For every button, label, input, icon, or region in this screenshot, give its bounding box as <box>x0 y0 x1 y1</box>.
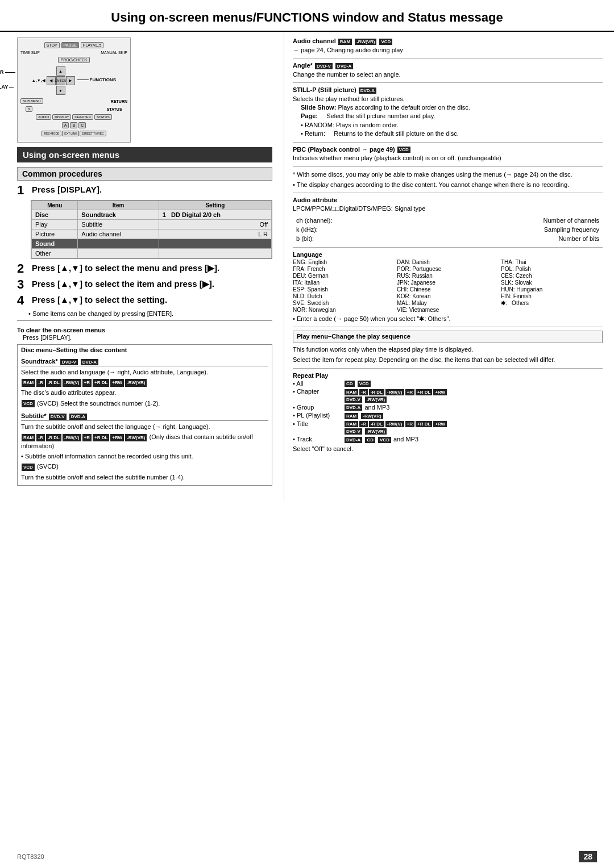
still-p-header: STILL-P (Still picture) DVD-A <box>293 86 603 94</box>
still-p-text: Selects the play method for still pictur… <box>293 95 603 103</box>
repeat-playlist: • PL (Playlist) RAM -RW(VR) <box>293 412 603 419</box>
audio-btn-icon: AUDIO <box>36 114 51 120</box>
repeat-cancel-note: Select "Off" to cancel. <box>293 445 603 453</box>
language-grid: ENG: EnglishDAN: DanishTHA: Thai FRA: Fr… <box>293 259 603 313</box>
status-btn-icon: STATUS <box>94 114 112 120</box>
status-label: STATUS <box>107 107 122 111</box>
still-p-slideshow: Slide Show: Plays according to the defau… <box>301 103 603 112</box>
audio-channel-text: → page 24, Changing audio during play <box>293 46 603 55</box>
still-p-return: • Return: Returns to the default still p… <box>301 130 603 138</box>
subtitle-bullet1: • Subtitle on/off information cannot be … <box>21 452 268 461</box>
stop-button-icon: STOP <box>44 42 60 48</box>
step-2: 2 Press [▲,▼] to select the menu and pre… <box>17 262 272 275</box>
s-button-icon: S <box>26 106 32 112</box>
dvdv-badge: DVD-V <box>60 359 78 365</box>
clear-text: Press [DISPLAY]. <box>23 334 272 341</box>
subtitle-text: Turn the subtitle on/off and select the … <box>21 423 268 431</box>
enter-label: ENTER <box>0 69 4 75</box>
repeat-play-header: Repeat Play <box>293 372 603 379</box>
play-menu-text1: This function works only when the elapse… <box>293 345 603 354</box>
section-title: Using on-screen menus <box>17 147 272 162</box>
audio-attr-header: Audio attribute <box>293 197 603 203</box>
step-1: 1 Press [DISPLAY]. <box>17 184 272 197</box>
subtitle-dvdv-badge: DVD-V <box>49 414 67 420</box>
prog-check-button-icon: PROG/CHECK <box>58 57 89 63</box>
repeat-play-section: Repeat Play • All CD VCD • Chapter RAM-R… <box>293 372 603 453</box>
right-column: Audio channel RAM -RW(VR) VCD → page 24,… <box>284 32 614 500</box>
dpad: ▲ ◀ ENTER ▶ ▼ <box>47 66 75 95</box>
display-label: DISPLAY <box>0 84 8 90</box>
c-button-icon: C <box>78 122 86 128</box>
step-3: 3 Press [▲,▼] to select the item and pre… <box>17 278 272 291</box>
still-p-random: • RANDOM: Plays in random order. <box>301 121 603 130</box>
soundtrack-badges: RAM-R-R DL-RW(V)+R+R DL+RW-RW(VR) <box>21 378 268 387</box>
return-label: RETURN <box>111 99 127 103</box>
audio-channel-section: Audio channel RAM -RW(VR) VCD → page 24,… <box>293 37 603 59</box>
audio-attr-signal: LPCM/PPCM/□□Digital/DTS/MPEG: Signal typ… <box>293 205 603 213</box>
arrows-label: ▲,▼,◀ <box>32 78 45 83</box>
display-btn-icon: DISPLAY <box>52 114 71 120</box>
a-button-icon: A <box>62 122 69 128</box>
left-column: STOP PAUSE PLAY/x1.5 TIME SLIP MANUAL SK… <box>0 32 284 500</box>
repeat-group: • Group DVD-A and MP3 <box>293 404 603 411</box>
audio-channel-header: Audio channel RAM -RW(VR) VCD <box>293 37 603 45</box>
dvda-badge: DVD-A <box>81 359 98 365</box>
language-header: Language <box>293 251 603 258</box>
subtitle-header: Subtitle* DVD-V DVD-A <box>21 412 268 421</box>
play-menu-text2: Select the item for repeat play. Dependi… <box>293 356 603 364</box>
step-4: 4 Press [▲,▼] to select the setting. <box>17 294 272 307</box>
disc-menu-section: Disc menu–Setting the disc content Sound… <box>17 344 272 486</box>
step4-note: • Some items can be changed by pressing … <box>28 310 272 317</box>
direct-tv-btn-icon: DIRECT TV/REC <box>80 131 106 136</box>
left-arrow-icon: ◀ <box>47 76 56 85</box>
enter-center-icon: ENTER <box>56 76 65 85</box>
b-button-icon: B <box>70 122 77 128</box>
soundtrack-badge-text: The disc's audio attributes appear. <box>21 389 268 397</box>
note2: • The display changes according to the d… <box>293 181 603 189</box>
subtitle-dvda-badge: DVD-A <box>69 414 87 420</box>
page-title: Using on-screen menus/FUNCTIONS window a… <box>0 0 614 32</box>
ext-link-btn-icon: EXT LINK <box>62 131 79 136</box>
functions-label: FUNCTIONS <box>77 77 117 82</box>
notes-section: * With some discs, you may only be able … <box>293 170 603 194</box>
note1: * With some discs, you may only be able … <box>293 170 603 179</box>
sub-menu-button-icon: SUB MENU <box>20 98 43 104</box>
common-procedures-box: Common procedures <box>17 167 272 181</box>
pbc-header: PBC (Playback control → page 49) VCD <box>293 146 603 153</box>
subtitle-badges: RAM-R-R DL-RW(V)+R+R DL+RW-RW(VR) (Only … <box>21 433 268 450</box>
language-note: • Enter a code (→ page 50) when you sele… <box>293 315 603 323</box>
repeat-all: • All CD VCD <box>293 380 603 387</box>
repeat-chapter: • Chapter RAM-R-R DL-RW(V)+R+R DL+RW DVD… <box>293 388 603 402</box>
angle-section: Angle* DVD-V DVD-A Change the number to … <box>293 62 603 83</box>
up-arrow-icon: ▲ <box>56 66 65 76</box>
language-section: Language ENG: EnglishDAN: DanishTHA: Tha… <box>293 251 603 327</box>
soundtrack-header: Soundtrack* DVD-V DVD-A <box>21 358 268 366</box>
chapter-btn-icon: CHAPTER <box>72 114 93 120</box>
soundtrack-text: Select the audio and language (→ right, … <box>21 368 268 377</box>
manual-skip-label: MANUAL SKIP <box>101 51 127 55</box>
soundtrack-vcd: VCD (SVCD) Select the soundtrack number … <box>21 399 268 408</box>
audio-attr-section: Audio attribute LPCM/PPCM/□□Digital/DTS/… <box>293 197 603 247</box>
pbc-text: Indicates whether menu play (playback co… <box>293 154 603 162</box>
left-side-labels: ENTER DISPLAY <box>0 69 15 90</box>
res-mode-btn-icon: RES-MODE <box>42 131 61 136</box>
subtitle-vcd-text: Turn the subtitle on/off and select the … <box>21 473 268 482</box>
remote-diagram: STOP PAUSE PLAY/x1.5 TIME SLIP MANUAL SK… <box>17 37 131 143</box>
time-slip-label: TIME SLIP <box>20 51 40 55</box>
menu-table: Menu Item Setting Disc Soundtrack 1 DD D… <box>31 200 272 259</box>
clear-header: To clear the on-screen menus <box>17 327 272 333</box>
angle-text: Change the number to select an angle. <box>293 70 603 79</box>
still-p-section: STILL-P (Still picture) DVD-A Selects th… <box>293 86 603 143</box>
pbc-section: PBC (Playback control → page 49) VCD Ind… <box>293 146 603 167</box>
angle-header: Angle* DVD-V DVD-A <box>293 62 603 69</box>
pause-button-icon: PAUSE <box>61 42 79 48</box>
play-menu-section: Play menu–Change the play sequence This … <box>293 331 603 369</box>
subtitle-vcd: VCD (SVCD) <box>21 462 268 471</box>
play-button-icon: PLAY/x1.5 <box>81 42 104 48</box>
still-p-page: Page: Select the still picture number an… <box>301 112 603 120</box>
right-arrow-icon: ▶ <box>66 76 75 85</box>
page-footer: RQT8320 28 <box>17 851 597 862</box>
repeat-title: • Title RAM-R-R DL-RW(V)+R+R DL+RW DVD-V… <box>293 420 603 435</box>
repeat-track: • Track DVD-A CD VCD and MP3 <box>293 436 603 443</box>
play-menu-header: Play menu–Change the play sequence <box>297 333 599 340</box>
